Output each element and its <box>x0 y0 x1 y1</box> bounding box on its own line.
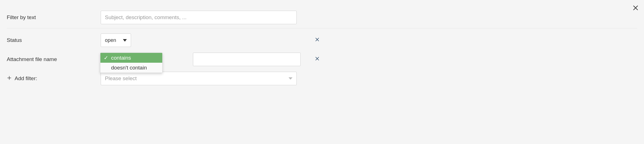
filter-text-row: Filter by text <box>7 8 637 27</box>
filter-text-label: Filter by text <box>7 14 101 21</box>
filter-text-input[interactable] <box>101 11 297 24</box>
operator-option-label: doesn't contain <box>111 65 147 71</box>
checkmark-icon: ✓ <box>104 55 109 61</box>
add-filter-placeholder: Please select <box>105 75 137 82</box>
chevron-down-icon <box>289 77 292 80</box>
operator-option-label: contains <box>111 55 131 61</box>
status-label: Status <box>7 37 101 43</box>
close-icon <box>315 37 320 42</box>
caret-down-icon <box>123 39 127 42</box>
remove-attachment-button[interactable] <box>315 56 320 63</box>
add-filter-label: Add filter: <box>15 75 37 82</box>
status-selected-value: open <box>105 37 116 43</box>
operator-option-doesnt-contain[interactable]: ✓ doesn't contain <box>100 63 162 73</box>
plus-icon <box>7 75 12 82</box>
divider <box>7 28 637 28</box>
operator-option-contains[interactable]: ✓ contains <box>100 53 162 63</box>
remove-status-button[interactable] <box>315 37 320 44</box>
operator-dropdown[interactable]: ✓ contains ✓ doesn't contain <box>100 53 163 73</box>
attachment-row: Attachment file name ✓ contains ✓ doesn'… <box>7 50 637 69</box>
status-select[interactable]: open <box>101 33 131 47</box>
add-filter-select[interactable]: Please select <box>101 72 297 85</box>
close-icon <box>315 56 320 61</box>
status-row: Status open <box>7 31 637 50</box>
attachment-label: Attachment file name <box>7 56 101 62</box>
filter-panel: Filter by text Status open Attachment fi… <box>0 0 644 96</box>
attachment-value-input[interactable] <box>193 53 301 66</box>
